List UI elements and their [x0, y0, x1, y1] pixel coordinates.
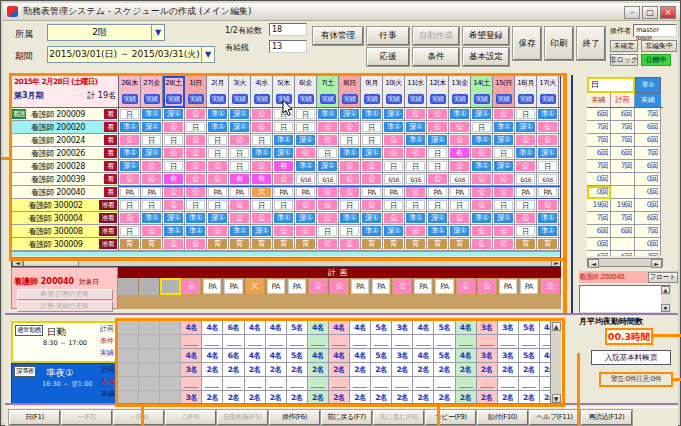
shift-block-day[interactable]: 通常勤務 日勤 8:30 ～ 17:00 計画 条件 実績 [11, 321, 118, 363]
shift-cell[interactable]: 育 [559, 238, 561, 251]
date-column-header[interactable]: 14(土実績 [471, 76, 493, 108]
shift-cell[interactable]: 準① [295, 160, 317, 173]
shift-cell[interactable]: 育 [119, 238, 141, 251]
date-column-header[interactable]: 18(水実績 [559, 76, 561, 108]
shift-cell[interactable]: 深① [493, 212, 515, 225]
shift-cell[interactable]: 日 [383, 160, 405, 173]
date-column-header[interactable]: 1(日実績 [185, 76, 207, 108]
shift-cell[interactable]: 日 [339, 134, 361, 147]
shift-cell[interactable]: 育 [207, 238, 229, 251]
shift-cell[interactable]: 公 [383, 147, 405, 160]
shift-cell[interactable]: 準① [405, 134, 427, 147]
basic-settings-button[interactable]: 基本設定 [463, 48, 509, 66]
date-column-header[interactable]: 28(土実績 [163, 76, 185, 108]
shift-cell[interactable]: 有 [449, 147, 471, 160]
shift-cell[interactable]: 日 [317, 225, 339, 238]
shift-cell[interactable]: 深① [361, 212, 383, 225]
save-button[interactable]: 保存 [513, 27, 541, 60]
shift-cell[interactable]: 公 [449, 134, 471, 147]
staff-row-label[interactable]: 看護師 200039看 [12, 173, 119, 186]
plan-cell[interactable]: PA [266, 278, 287, 295]
shift-cell[interactable]: 公 [559, 186, 561, 199]
shift-cell[interactable]: 公 [515, 212, 537, 225]
shift-cell[interactable]: 準① [229, 225, 251, 238]
shift-cell[interactable]: 有 [229, 173, 251, 186]
shift-cell[interactable]: PA [119, 186, 141, 199]
shift-cell[interactable]: 公 [163, 186, 185, 199]
shift-cell[interactable]: 公 [317, 212, 339, 225]
shift-cell[interactable]: 準① [383, 121, 405, 134]
maximize-button[interactable]: □ [642, 6, 658, 19]
shift-cell[interactable]: 準① [471, 134, 493, 147]
chevron-down-icon[interactable]: ▼ [201, 47, 214, 62]
shift-cell[interactable]: 公 [119, 134, 141, 147]
hospital-report-button[interactable]: 入院基本料帳票 [591, 350, 671, 365]
staff-row-label[interactable]: 看護師 200028看 [12, 160, 119, 173]
shift-cell[interactable]: 日 [427, 199, 449, 212]
status-unlocked[interactable]: 非ロック [610, 54, 638, 66]
shift-cell[interactable]: 公 [317, 199, 339, 212]
operator-input[interactable]: master login [633, 24, 677, 37]
plan-cell[interactable]: PA [498, 278, 519, 295]
shift-cell[interactable]: 公 [559, 147, 561, 160]
shift-cell[interactable]: 公 [185, 173, 207, 186]
shift-cell[interactable]: 準① [141, 212, 163, 225]
shift-cell[interactable]: 公 [185, 238, 207, 251]
shift-cell[interactable]: 公 [449, 160, 471, 173]
shift-cell[interactable]: 公 [361, 173, 383, 186]
shift-cell[interactable]: 準① [471, 160, 493, 173]
scroll-up-icon[interactable]: ▲ [661, 286, 670, 294]
shift-cell[interactable]: 公 [361, 199, 383, 212]
shift-cell[interactable]: 深① [427, 212, 449, 225]
plan-cell[interactable]: PA [519, 278, 540, 295]
shift-cell[interactable]: 日 [405, 160, 427, 173]
print-button[interactable]: 印刷 [545, 27, 573, 60]
dept-dropdown[interactable]: 2階 ▼ [47, 24, 165, 41]
plan-cell[interactable]: 公 [329, 278, 350, 295]
shift-cell[interactable]: 準① [119, 147, 141, 160]
condition-button[interactable]: 条件 [413, 48, 459, 66]
plan-cell[interactable]: PA [413, 278, 434, 295]
shift-cell[interactable]: 公 [273, 173, 295, 186]
shift-cell[interactable]: 深① [207, 212, 229, 225]
shift-cell[interactable]: 準① [317, 108, 339, 121]
date-column-header[interactable]: 7(土実績 [317, 76, 339, 108]
date-column-header[interactable]: 10(火実績 [383, 76, 405, 108]
shift-cell[interactable]: 深① [537, 147, 559, 160]
date-column-header[interactable]: 8(日実績 [339, 76, 361, 108]
shift-cell[interactable]: 準① [559, 160, 561, 173]
staff-row-label[interactable]: 看護師 300002准看 [12, 199, 119, 212]
date-column-header[interactable]: 13(金実績 [449, 76, 471, 108]
shift-cell[interactable]: 公 [273, 225, 295, 238]
shift-cell[interactable]: 公 [559, 173, 561, 186]
shift-cell[interactable]: 準① [339, 147, 361, 160]
shift-cell[interactable]: 公 [471, 225, 493, 238]
shift-cell[interactable]: PA [515, 186, 537, 199]
paid-mgmt-button[interactable]: 有休管理 [313, 27, 363, 45]
shift-cell[interactable]: 日 [339, 225, 361, 238]
plan-cell[interactable]: PA [223, 278, 244, 295]
shift-cell[interactable]: 準① [185, 212, 207, 225]
shift-cell[interactable]: 有 [273, 160, 295, 173]
shift-cell[interactable]: 公 [229, 212, 251, 225]
shift-cell[interactable]: 公 [229, 199, 251, 212]
shift-cell[interactable]: 日 [273, 121, 295, 134]
shift-cell[interactable]: 日 [119, 199, 141, 212]
shift-cell[interactable]: 深① [515, 121, 537, 134]
wish-register-button[interactable]: 希望登録 [463, 27, 509, 45]
plan-cell[interactable] [118, 278, 139, 295]
shift-cell[interactable]: 日 [339, 199, 361, 212]
shift-cell[interactable]: 準① [537, 212, 559, 225]
shift-cell[interactable]: 深① [559, 212, 561, 225]
shift-cell[interactable]: 6/16 [449, 173, 471, 186]
shift-cell[interactable]: 日 [537, 160, 559, 173]
shift-block-evening[interactable]: 深準夜 準夜① 16:30 ～ 翌1:00 計画 条件 実績 [11, 363, 118, 405]
shift-cell[interactable]: PA [427, 186, 449, 199]
shift-cell[interactable]: 日 [471, 121, 493, 134]
shift-cell[interactable]: 公 [383, 134, 405, 147]
shift-cell[interactable]: 日 [141, 134, 163, 147]
staff-row-label[interactable]: 看護師 200020看 [12, 121, 119, 134]
date-column-header[interactable]: 12(木実績 [427, 76, 449, 108]
grid-vertical-scrollbar[interactable]: ▲ ▼ [550, 321, 561, 405]
shift-cell[interactable]: 公 [449, 212, 471, 225]
